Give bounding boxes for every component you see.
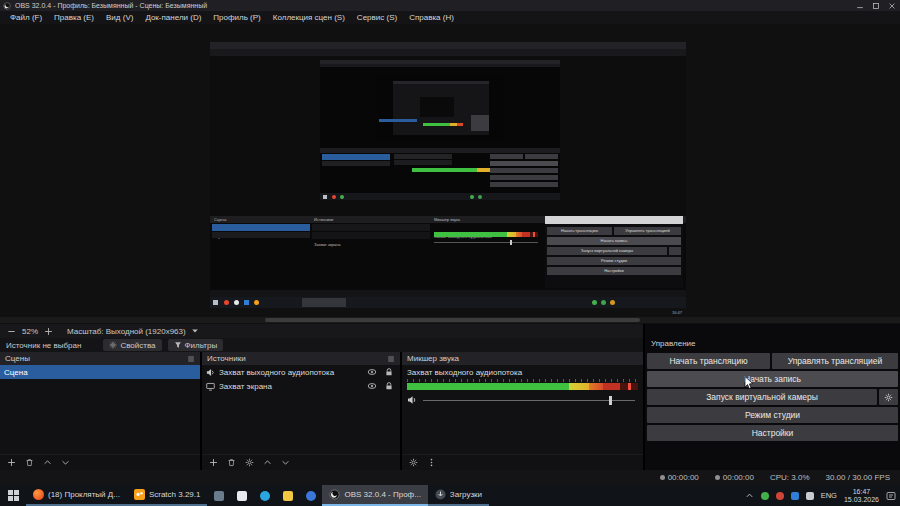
nested-source-row-1: Захват выходного аудиопотока	[312, 224, 430, 231]
nested-controls-header: Управление	[545, 216, 683, 224]
nested-mixer-meter	[434, 232, 538, 237]
source-label: Захват экрана	[219, 382, 272, 391]
menu-help[interactable]: Справка (H)	[403, 11, 460, 24]
preview-scale-selector[interactable]: Масштаб: Выходной (1920x963)	[67, 327, 186, 336]
taskbar-task-browser[interactable]: (18) Проклятый Д...	[26, 485, 127, 506]
source-properties-button[interactable]	[244, 457, 255, 468]
pinned-app-icon-3[interactable]	[253, 485, 276, 506]
properties-label: Свойства	[120, 341, 155, 350]
properties-button[interactable]: Свойства	[103, 339, 161, 351]
mixer-toolbar	[402, 454, 643, 470]
filters-button[interactable]: Фильтры	[168, 339, 224, 351]
preview-hscrollbar-handle[interactable]	[265, 318, 640, 322]
lock-icon[interactable]	[384, 367, 394, 377]
menu-profile[interactable]: Профиль (P)	[207, 11, 266, 24]
visibility-eye-icon[interactable]	[367, 367, 377, 377]
zoom-in-button[interactable]	[43, 326, 54, 337]
scene-up-button[interactable]	[42, 457, 53, 468]
capture-block	[323, 195, 327, 199]
menu-view[interactable]: Вид (V)	[100, 11, 139, 24]
visibility-eye-icon[interactable]	[367, 381, 377, 391]
nested-record-label: Начать запись	[601, 238, 628, 244]
dock-menu-icon[interactable]	[187, 355, 195, 363]
mixer-dock-title: Микшер звука	[407, 354, 459, 363]
mixer-gear-icon[interactable]	[408, 457, 419, 468]
close-button[interactable]	[884, 0, 900, 11]
source-down-button[interactable]	[280, 457, 291, 468]
zoom-out-button[interactable]	[6, 326, 17, 337]
pinned-app-icon-1[interactable]	[207, 485, 230, 506]
start-streaming-label: Начать трансляцию	[669, 356, 747, 366]
menu-tools[interactable]: Сервис (S)	[351, 11, 403, 24]
menu-edit[interactable]: Правка (E)	[48, 11, 100, 24]
menu-docks[interactable]: Док-панели (D)	[139, 11, 207, 24]
settings-button[interactable]: Настройки	[647, 425, 898, 441]
speaker-icon	[206, 368, 215, 377]
tray-icon-gray[interactable]	[806, 492, 814, 500]
pinned-app-icon-2[interactable]	[230, 485, 253, 506]
capture-block	[510, 240, 512, 245]
virtual-camera-config-button[interactable]	[879, 389, 898, 405]
maximize-button[interactable]	[868, 0, 884, 11]
menu-file[interactable]: Файл (F)	[4, 11, 48, 24]
stream-timer: 00:00:00	[715, 473, 754, 482]
window-controls	[852, 0, 900, 11]
nested2-taskbar	[320, 193, 560, 200]
mute-speaker-icon[interactable]	[407, 395, 417, 405]
mixer-kebab-icon[interactable]	[426, 457, 437, 468]
studio-mode-button[interactable]: Режим студии	[647, 407, 898, 423]
capture-block	[332, 195, 336, 199]
add-source-button[interactable]	[208, 457, 219, 468]
scene-list-item[interactable]: Сцена	[0, 365, 200, 379]
lock-icon[interactable]	[384, 381, 394, 391]
mixer-db-scale	[407, 379, 638, 382]
volume-slider-handle[interactable]	[609, 396, 612, 405]
taskbar-task-obs[interactable]: OBS 32.0.4 - Проф...	[322, 485, 427, 506]
status-bar: 00:00:00 00:00:00 CPU: 3.0% 30.00 / 30.0…	[0, 470, 900, 485]
minimize-button[interactable]	[852, 0, 868, 11]
manage-broadcast-button[interactable]: Управлять трансляцией	[772, 353, 898, 369]
tray-icon-green[interactable]	[761, 492, 769, 500]
add-scene-button[interactable]	[6, 457, 17, 468]
source-up-button[interactable]	[262, 457, 273, 468]
gear-icon	[109, 341, 117, 349]
cpu-usage: CPU: 3.0%	[770, 473, 810, 482]
menu-scene-collection[interactable]: Коллекция сцен (S)	[267, 11, 351, 24]
filters-label: Фильтры	[185, 341, 218, 350]
chevron-down-icon	[191, 327, 199, 335]
capture-block	[490, 175, 558, 180]
start-recording-button[interactable]: Начать запись	[647, 371, 898, 387]
nested-vcam-gear-button	[669, 247, 681, 255]
start-virtual-camera-button[interactable]: Запуск виртуальной камеры	[647, 389, 877, 405]
tray-icon-red[interactable]	[776, 492, 784, 500]
pinned-app-icon-4[interactable]	[276, 485, 299, 506]
app-icon	[283, 491, 293, 501]
taskbar-clock[interactable]: 16:47 15.03.2026	[844, 488, 879, 504]
start-streaming-button[interactable]: Начать трансляцию	[647, 353, 770, 369]
nested-clock-text: 16:47	[672, 310, 682, 315]
tray-icon-blue[interactable]	[791, 492, 799, 500]
nested-capture-2	[320, 60, 560, 200]
tray-expand-chevron-icon[interactable]	[745, 491, 754, 500]
dock-menu-icon[interactable]	[387, 355, 395, 363]
nested-manage-label: Управлять трансляцией	[625, 228, 670, 234]
capture-block	[212, 232, 310, 238]
start-button[interactable]	[0, 485, 26, 506]
remove-source-button[interactable]	[226, 457, 237, 468]
language-indicator[interactable]: ENG	[821, 491, 837, 500]
source-list-item-audio[interactable]: Захват выходного аудиопотока	[202, 365, 400, 379]
volume-slider-track[interactable]	[423, 400, 635, 401]
taskbar-task-scratch[interactable]: Scratch 3.29.1	[127, 485, 208, 506]
rec-timer: 00:00:00	[660, 473, 699, 482]
nested-titlebar: OBS 32.0.4 - Профиль: Безымянный - Сцены…	[210, 42, 686, 49]
nested-capture-3	[375, 75, 505, 141]
taskbar-task-downloads[interactable]: Загрузки	[428, 485, 489, 506]
clock-time: 16:47	[844, 488, 879, 496]
capture-block	[478, 195, 482, 199]
remove-scene-button[interactable]	[24, 457, 35, 468]
stream-indicator-icon	[715, 475, 720, 480]
source-list-item-display[interactable]: Захват экрана	[202, 379, 400, 393]
scene-down-button[interactable]	[60, 457, 71, 468]
notification-center-icon[interactable]	[886, 491, 896, 501]
pinned-app-icon-5[interactable]	[299, 485, 322, 506]
